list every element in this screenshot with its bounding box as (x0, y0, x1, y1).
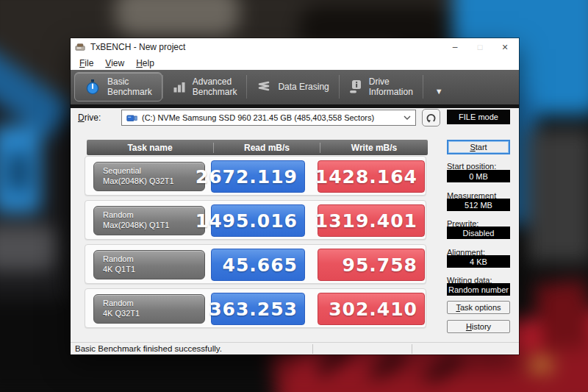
menu-bar: File View Help (71, 56, 519, 70)
drive-selected-value: (C:) NVMe Samsung SSD 960 231.45 GB (485… (142, 113, 374, 122)
minimize-button[interactable]: – (442, 38, 467, 56)
task-button[interactable]: RandomMax(2048K) Q1T1 (93, 206, 205, 235)
menu-item-file[interactable]: File (74, 58, 99, 68)
status-divider (412, 344, 412, 354)
tab-label: AdvancedBenchmark (193, 76, 237, 98)
tab-basic-benchmark[interactable]: BasicBenchmark (74, 72, 162, 101)
eraser-zigzag-icon (257, 80, 271, 93)
tab-advanced-benchmark[interactable]: AdvancedBenchmark (163, 72, 247, 101)
task-button[interactable]: SequentialMax(2048K) Q32T1 (93, 162, 205, 191)
window-title: TxBENCH - New project (90, 42, 185, 52)
header-task-name: Task name (87, 143, 213, 153)
read-value: 2672.119 (211, 160, 305, 193)
refresh-icon (426, 113, 437, 124)
tab-label: DriveInformation (369, 76, 413, 98)
prewrite-value: Disabled (447, 227, 510, 239)
measurement-size-value: 512 MB (447, 199, 510, 211)
read-value: 45.665 (211, 249, 305, 281)
bg-light-patch (115, 0, 240, 38)
benchmark-row-sequential-q32t1: SequentialMax(2048K) Q32T1 2672.119 1428… (85, 156, 426, 196)
task-options-button[interactable]: Task options (447, 301, 510, 314)
chevron-down-icon (404, 115, 411, 120)
header-read: Read mB/s (213, 143, 320, 153)
tab-label: Data Erasing (278, 82, 329, 92)
content-area: Drive: (C:) NVMe Samsung SSD 960 231.45 … (71, 108, 519, 342)
bg-red-right-edge (534, 279, 588, 352)
writing-data-value: Random number (447, 283, 510, 296)
benchmark-row-random-4k-q32t1: Random4K Q32T1 363.253 302.410 (85, 288, 426, 328)
benchmark-row-random-4k-q1t1: Random4K Q1T1 45.665 95.758 (85, 244, 426, 284)
write-value: 302.410 (318, 293, 425, 325)
start-button[interactable]: Start (447, 140, 510, 154)
history-button[interactable]: History (447, 320, 510, 333)
refresh-button[interactable] (422, 109, 440, 126)
tab-bar: BasicBenchmark AdvancedBenchmark Data Er… (71, 70, 519, 104)
bg-yellow-sticker (530, 359, 552, 371)
file-mode-button[interactable]: FILE mode (447, 110, 510, 124)
title-bar[interactable]: TxBENCH - New project – □ × (71, 38, 519, 56)
close-button[interactable]: × (492, 38, 517, 56)
tab-data-erasing[interactable]: Data Erasing (247, 72, 338, 101)
status-divider (312, 344, 313, 354)
task-button[interactable]: Random4K Q1T1 (93, 250, 205, 279)
app-icon (75, 42, 86, 53)
stopwatch-icon (85, 79, 101, 95)
bg-gray-right (526, 129, 588, 262)
read-value: 363.253 (211, 293, 305, 325)
write-value: 1428.164 (318, 160, 425, 193)
drive-label: Drive: (78, 113, 101, 123)
write-value: 1319.401 (318, 204, 425, 237)
tab-drive-information[interactable]: DriveInformation (340, 72, 423, 101)
menu-item-view[interactable]: View (99, 58, 130, 68)
menu-item-help[interactable]: Help (130, 58, 160, 68)
start-position-value: 0 MB (447, 170, 510, 182)
drive-info-icon (349, 79, 362, 94)
benchmark-row-random-q1t1: RandomMax(2048K) Q1T1 1495.016 1319.401 (85, 200, 426, 240)
alignment-value: 4 KB (447, 255, 510, 268)
drive-combobox[interactable]: (C:) NVMe Samsung SSD 960 231.45 GB (485… (121, 110, 416, 126)
read-value: 1495.016 (211, 204, 305, 237)
table-header: Task name Read mB/s Write mB/s (87, 140, 428, 155)
bar-chart-icon (173, 80, 186, 93)
header-write: Write mB/s (320, 143, 428, 153)
window-controls: – □ × (442, 38, 517, 56)
maximize-button[interactable]: □ (467, 38, 492, 56)
bg-gray-left (0, 225, 56, 271)
write-value: 95.758 (318, 249, 425, 281)
bg-blue-block-detail (9, 153, 28, 191)
tab-overflow-arrow[interactable]: ▼ (423, 72, 443, 101)
status-bar: Basic Benchmark finished successfully. (71, 342, 519, 354)
task-button[interactable]: Random4K Q32T1 (93, 294, 205, 324)
status-message: Basic Benchmark finished successfully. (75, 344, 222, 353)
tab-label: BasicBenchmark (107, 76, 152, 98)
txbench-window: TxBENCH - New project – □ × File View He… (71, 38, 519, 354)
drive-icon (126, 113, 137, 123)
